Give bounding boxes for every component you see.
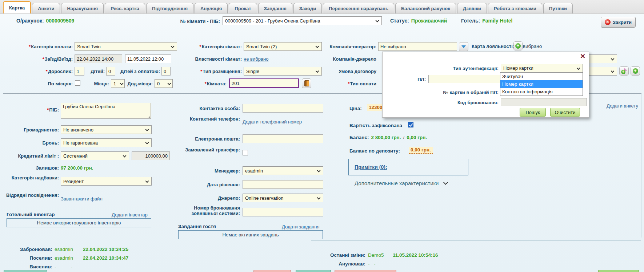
room-props-link[interactable]: не вибрано [244,56,269,62]
tab-anulyatsiya[interactable]: Ануляція [195,3,228,13]
tab-ankety[interactable]: Анкети [32,3,60,13]
tasks-empty-box: Немає активних завдань [178,230,323,239]
children-paid-input[interactable] [161,67,171,76]
transfer-checkbox[interactable] [243,150,248,155]
add-anketa-link[interactable]: Додати анкету [607,103,638,109]
placement-type-select[interactable]: Single [244,67,322,76]
by-places-checkbox[interactable] [75,80,80,86]
source-select[interactable]: Online reservation [243,194,323,202]
fixed-cost-checkbox[interactable] [408,122,413,127]
hotel-row: Готель: Family Hotel [461,18,513,24]
tab-balansovyi-rahunok[interactable]: Балансовий рахунок [395,3,456,13]
bottom-button-strip-5[interactable] [598,270,639,272]
pib-textarea[interactable]: Грубич Олена Сергіївна [61,103,151,119]
room-category-select[interactable]: Smart Twin (2) [244,42,322,51]
bottom-button-strip-3[interactable] [296,270,331,272]
room-pib-select[interactable]: 0000009509 - 201 - Грубич Олена Сергіївн… [223,16,382,25]
auth-type-select[interactable]: Номер картки [501,64,583,72]
adults-input[interactable] [75,67,84,76]
tab-perenesennya-narahuvan[interactable]: Перенесення нарахувань [323,3,394,13]
by-places-label: По місцях: [22,81,73,86]
auth-type-option-reader[interactable]: Зчитувач [500,73,583,80]
status-row: Статус: Проживаючий [390,18,447,24]
transfer-label: Замовлений трансфер: [175,147,240,153]
pib-label: *ПІБ: [4,107,59,113]
contact-person-input[interactable] [243,104,323,113]
panel-bottom-edge [311,240,641,241]
citizenship-select[interactable]: Не визначено [61,125,152,134]
close-button[interactable]: ✕ Закрити [601,17,636,28]
required-marker: * [348,81,349,86]
places-select[interactable]: 1 [111,79,125,88]
chevron-down-icon [168,82,171,85]
auth-type-option-contact-info[interactable]: Контактна інформація [500,88,583,96]
rest-value: 97 200,00 грн. [61,165,93,171]
balance-label: Баланс: [349,135,369,140]
tab-narahuvannya[interactable]: Нарахування [61,3,104,13]
tab-zahody[interactable]: Заходи [293,3,322,13]
chevron-down-icon [171,45,175,48]
required-marker: * [200,69,202,74]
bottom-button-strip-4[interactable] [335,270,396,272]
clear-button[interactable]: Очистити [550,108,580,117]
contract-add-button[interactable]: + [631,66,640,76]
manager-select[interactable]: esadmin [243,166,323,175]
booked-by-date: 22.04.2022 10:34:25 [83,247,128,252]
surcharge-category-select[interactable]: Резидент [61,177,152,186]
tasks-add-link[interactable]: Додати завдання [282,224,319,230]
checkin-checkout-label: *Заїзд/Виїзд: [4,56,73,62]
cancelled-by-date: - [374,261,376,267]
popup-close-icon[interactable]: ✕ [580,53,585,60]
children-input[interactable] [106,67,115,76]
room-input[interactable] [229,78,299,88]
notes-link[interactable]: Примітки (0): [355,164,387,170]
tasks-title: Завдання гостя [178,224,216,229]
checkin-date-input[interactable] [75,54,122,63]
decision-date-input[interactable] [243,180,323,189]
loyalty-add-button[interactable]: + [513,41,523,50]
source-value: Online reservation [245,195,284,201]
company-operator-dropdown-button[interactable] [459,42,468,51]
tab-robota-z-klyuchamy[interactable]: Робота з ключами [488,3,542,13]
tab-prokat[interactable]: Прокат [229,3,257,13]
booking-select[interactable]: Не гарантована [61,138,152,147]
tab-pidtverdzhennya[interactable]: Підтвердження [146,3,193,13]
ext-booking-input[interactable] [243,208,323,216]
price-value[interactable]: 12300 [367,104,384,111]
auth-type-option-card-number[interactable]: Номер картки [500,80,583,88]
chevron-down-icon [577,66,580,70]
extra-places-select[interactable]: 0 [155,79,173,88]
bottom-button-strip-2[interactable] [253,270,291,272]
deposit-balance-value[interactable]: 0,00 грн. [409,147,433,154]
last-changes-date: 11.05.2022 10:54:16 [393,252,438,258]
credit-limit-label: Кредитний ліміт : [4,153,59,159]
company-operator-input[interactable] [378,42,457,51]
checked-in-by-date: 22.04.2022 10:34:47 [83,255,128,261]
rest-label: Залишок: [4,165,59,171]
checked-in-by-user: esadmin [55,255,73,261]
room-picker-button[interactable] [302,78,311,88]
children-paid-label: Дітей з оплатою: [117,69,160,74]
status-value: Проживаючий [411,18,447,24]
add-phone-link[interactable]: Додати телефонний номер [243,119,302,125]
search-button[interactable]: Пошук [520,108,546,117]
chevron-down-icon [317,169,321,172]
tab-rees-kartka[interactable]: Реєс. картка [105,3,145,13]
tab-kartka[interactable]: Картка [3,1,31,13]
inventory-add-link[interactable]: Додати інвентар [112,212,148,218]
extra-characteristics-toggle[interactable]: Дополнительные характеристики [355,180,447,186]
bottom-button-strip-1[interactable] [4,270,47,272]
email-input[interactable] [243,134,323,143]
notes-box[interactable]: Примітки (0): [348,159,468,175]
loyalty-card-label: Карта лояльності: [472,44,514,49]
tab-putivky[interactable]: Путівки [543,3,573,13]
upload-file-link[interactable]: Завантажити файл [61,196,103,202]
payment-category-select[interactable]: Smart Twin [75,42,177,51]
company-source-label: Компанія-джерело [316,56,376,62]
checkout-date-input[interactable] [125,54,171,63]
balance-value-1: 2 800,00 грн. [371,135,401,140]
tab-dzvinky[interactable]: Дзвінки [457,3,487,13]
contract-edit-button[interactable]: +✎ [619,66,629,76]
credit-limit-select[interactable]: Системний [61,151,129,160]
tab-zavdannya[interactable]: Завдання [258,3,292,13]
